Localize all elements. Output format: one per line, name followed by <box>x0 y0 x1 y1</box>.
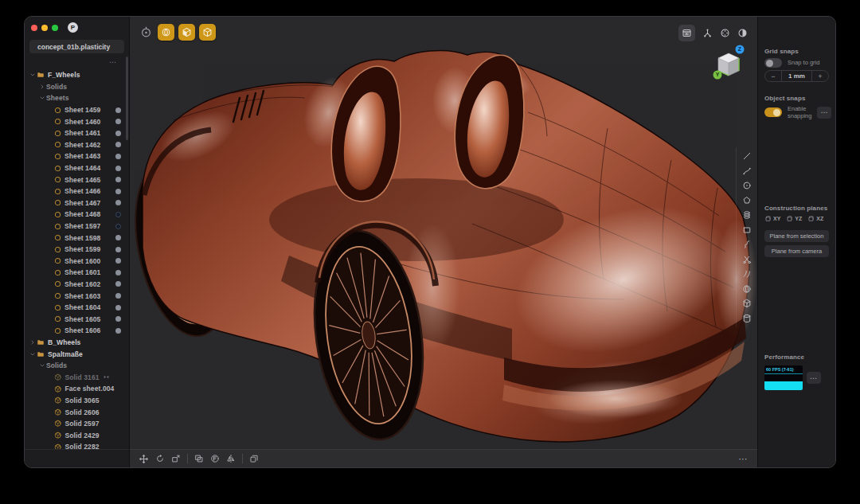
tree-item[interactable]: Solid 2606 <box>25 406 129 418</box>
zoom-window-button[interactable] <box>52 25 58 31</box>
tree-item[interactable]: Solid 2597 <box>25 418 129 430</box>
tree-item[interactable]: Solid 2429 <box>25 429 129 441</box>
polygon-tool-button[interactable] <box>742 196 752 205</box>
tree-item[interactable]: Solid 3161 <box>25 371 129 383</box>
spiral-tool-button[interactable] <box>742 210 752 220</box>
enable-snapping-toggle[interactable] <box>764 107 782 117</box>
grid-size-value[interactable]: 1 mm <box>781 71 812 81</box>
visibility-dot[interactable] <box>115 235 121 240</box>
tree-item[interactable]: Sheet 1602 <box>25 279 129 291</box>
visibility-dot[interactable] <box>115 107 121 113</box>
tree-item[interactable]: Sheet 1598 <box>25 232 129 244</box>
center-circle-tool-button[interactable] <box>742 181 752 190</box>
mirror-tool-button[interactable] <box>226 454 236 463</box>
tree-item[interactable]: Sheet 1459 <box>25 104 129 116</box>
minimize-window-button[interactable] <box>41 25 48 31</box>
plane-yz-button[interactable]: YZ <box>786 215 802 222</box>
grid-size-decrease-button[interactable]: − <box>765 71 781 81</box>
chevron-right-icon[interactable] <box>39 84 46 90</box>
tree-item[interactable]: Sheet 1466 <box>25 186 129 197</box>
performance-more-button[interactable]: ⋯ <box>807 372 821 384</box>
visibility-dot[interactable] <box>115 293 121 299</box>
plane-xy-button[interactable]: XY <box>764 215 780 222</box>
tree-item[interactable]: Sheet 1467 <box>25 197 129 209</box>
visibility-dot[interactable] <box>115 316 121 322</box>
trim-tool-button[interactable] <box>742 255 752 264</box>
tree-item[interactable]: Sheet 1464 <box>25 162 129 174</box>
tree-item[interactable]: Sheet 1462 <box>25 139 129 151</box>
viewport[interactable]: Z Y ⋯ <box>130 17 757 467</box>
axis-tripod-button[interactable] <box>702 28 713 38</box>
more-icon[interactable]: ⋯ <box>109 59 116 66</box>
tree-item[interactable]: Solids <box>25 81 129 93</box>
chevron-down-icon[interactable] <box>39 95 46 101</box>
visibility-dot[interactable] <box>115 270 121 275</box>
tree-item[interactable]: Spaltmaße <box>25 348 129 360</box>
select-solids-button[interactable] <box>199 24 216 41</box>
tree-item[interactable]: Sheet 1600 <box>25 256 129 268</box>
viewport-grid-button[interactable] <box>678 25 695 41</box>
visibility-dot[interactable] <box>115 281 121 287</box>
visibility-dot[interactable] <box>115 154 121 159</box>
plane-from-camera-button[interactable]: Plane from camera <box>764 245 829 257</box>
select-edges-button[interactable] <box>158 24 174 41</box>
tree-item[interactable]: Face sheet.004 <box>25 383 129 395</box>
cylinder-tool-button[interactable] <box>742 314 752 323</box>
visibility-dot[interactable] <box>115 166 121 171</box>
visibility-dot[interactable] <box>115 200 121 205</box>
tree-item[interactable]: Solid 2282 <box>25 441 129 449</box>
control-points-button[interactable] <box>138 25 154 41</box>
visibility-dot[interactable] <box>115 131 121 136</box>
spline-tool-button[interactable] <box>742 240 752 249</box>
plane-xz-button[interactable]: XZ <box>807 215 823 222</box>
close-window-button[interactable] <box>31 25 37 31</box>
line-tool-button[interactable] <box>742 151 752 161</box>
tree-item[interactable]: Sheet 1599 <box>25 244 129 256</box>
chevron-right-icon[interactable] <box>29 339 37 346</box>
shading-sphere-button[interactable] <box>737 28 748 38</box>
object-snaps-more-button[interactable]: ⋯ <box>817 107 831 119</box>
tree-item[interactable]: Sheet 1461 <box>25 127 129 139</box>
tree-item[interactable]: Sheet 1601 <box>25 267 129 279</box>
plane-from-selection-button[interactable]: Plane from selection <box>764 230 829 242</box>
tree-item[interactable]: B_Wheels <box>25 337 129 349</box>
avatar[interactable]: P <box>68 22 78 33</box>
offset-curve-tool-button[interactable] <box>742 269 752 279</box>
visibility-dot[interactable] <box>115 177 121 182</box>
chevron-down-icon[interactable] <box>29 351 37 357</box>
scale-tool-button[interactable] <box>171 454 181 463</box>
tree-item[interactable]: F_Wheels <box>25 69 129 81</box>
grid-size-increase-button[interactable]: + <box>812 71 828 81</box>
chevron-down-icon[interactable] <box>29 72 37 78</box>
visibility-dot[interactable] <box>115 247 121 252</box>
boolean-tool-button[interactable] <box>194 454 204 463</box>
tree-item[interactable]: Sheet 1465 <box>25 174 129 186</box>
duplicate-tool-button[interactable] <box>249 454 259 463</box>
tree-item[interactable]: Sheets <box>25 92 129 104</box>
select-faces-button[interactable] <box>178 24 195 41</box>
visibility-dot[interactable] <box>115 258 121 264</box>
tree-item[interactable]: Sheet 1460 <box>25 115 129 127</box>
rotate-tool-button[interactable] <box>155 454 165 463</box>
tree-item[interactable]: Solid 3065 <box>25 395 129 407</box>
tree-item[interactable]: Sheet 1605 <box>25 313 129 325</box>
tree-item[interactable]: Sheet 1597 <box>25 221 129 232</box>
sphere-tool-button[interactable] <box>742 284 752 294</box>
sidebar-scrollbar[interactable] <box>126 57 128 140</box>
chevron-down-icon[interactable] <box>39 362 46 369</box>
tree-item[interactable]: Sheet 1603 <box>25 290 129 302</box>
tree-item[interactable]: Sheet 1468 <box>25 209 129 221</box>
visibility-dot[interactable] <box>115 224 121 229</box>
view-cube[interactable]: Z Y <box>713 44 745 84</box>
tree-item[interactable]: Sheet 1604 <box>25 302 129 314</box>
fillet-tool-button[interactable] <box>210 454 220 463</box>
rectangle-tool-button[interactable] <box>742 225 752 235</box>
box-tool-button[interactable] <box>742 299 752 308</box>
visibility-dot[interactable] <box>115 212 121 217</box>
visibility-dot[interactable] <box>115 142 121 147</box>
visibility-dot[interactable] <box>115 189 121 194</box>
tree-item[interactable]: Solids <box>25 360 129 372</box>
tree-item[interactable]: Sheet 1463 <box>25 150 129 162</box>
curve-tool-button[interactable] <box>742 166 752 176</box>
car-model[interactable] <box>130 17 757 449</box>
